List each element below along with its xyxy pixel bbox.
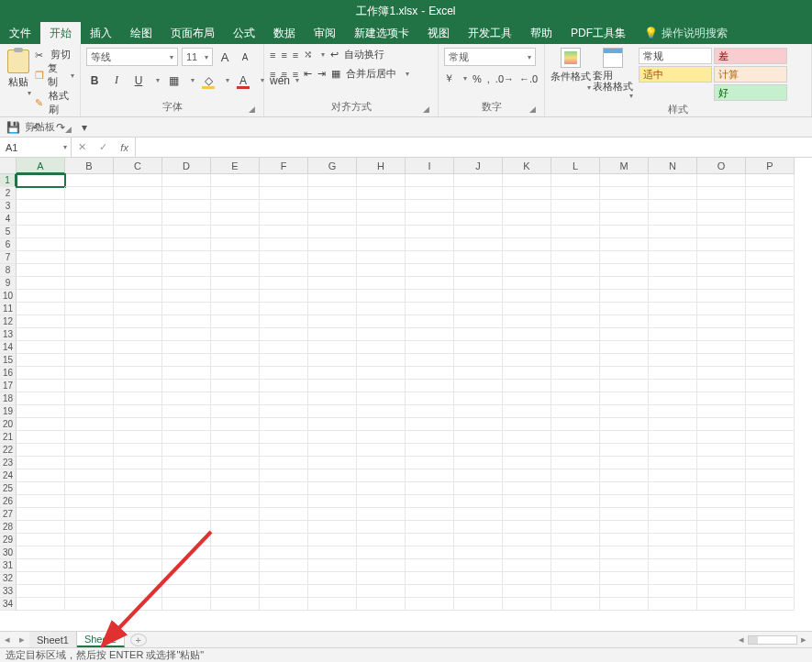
- cell-O6[interactable]: [697, 238, 746, 251]
- cell-P13[interactable]: [746, 328, 795, 341]
- wrap-text-button[interactable]: 自动换行: [344, 48, 384, 61]
- cell-A16[interactable]: [17, 367, 65, 380]
- cell-G6[interactable]: [308, 238, 357, 251]
- cell-O16[interactable]: [697, 367, 746, 380]
- cell-K14[interactable]: [503, 341, 551, 354]
- row-header-8[interactable]: 8: [0, 264, 17, 277]
- cell-H2[interactable]: [357, 187, 406, 200]
- cell-I9[interactable]: [406, 277, 454, 290]
- cell-A17[interactable]: [17, 380, 65, 392]
- cell-P34[interactable]: [746, 598, 795, 611]
- cell-C6[interactable]: [114, 238, 162, 251]
- cell-D28[interactable]: [162, 521, 211, 534]
- cell-N17[interactable]: [649, 380, 697, 392]
- cell-I24[interactable]: [406, 469, 454, 482]
- cell-G26[interactable]: [308, 495, 357, 508]
- cell-B31[interactable]: [65, 559, 114, 572]
- italic-button[interactable]: I: [108, 73, 125, 87]
- cell-N9[interactable]: [649, 277, 697, 290]
- add-sheet-button[interactable]: +: [130, 634, 147, 646]
- cell-O21[interactable]: [697, 431, 746, 444]
- cell-I22[interactable]: [406, 444, 454, 457]
- column-header-D[interactable]: D: [162, 158, 211, 174]
- cell-C23[interactable]: [114, 457, 162, 469]
- chevron-down-icon[interactable]: ▾: [402, 70, 409, 78]
- cell-E2[interactable]: [211, 187, 260, 200]
- cell-M8[interactable]: [600, 264, 649, 277]
- cell-N33[interactable]: [649, 585, 697, 598]
- cell-E31[interactable]: [211, 559, 260, 572]
- cell-F9[interactable]: [260, 277, 308, 290]
- cell-O29[interactable]: [697, 534, 746, 546]
- cell-L18[interactable]: [551, 392, 600, 405]
- cell-J6[interactable]: [454, 238, 503, 251]
- dialog-launcher-icon[interactable]: ◢: [247, 105, 256, 114]
- cell-F28[interactable]: [260, 521, 308, 534]
- cell-G8[interactable]: [308, 264, 357, 277]
- cell-P30[interactable]: [746, 546, 795, 559]
- cell-F32[interactable]: [260, 572, 308, 585]
- cell-K22[interactable]: [503, 444, 551, 457]
- column-header-M[interactable]: M: [600, 158, 649, 174]
- cell-B21[interactable]: [65, 431, 114, 444]
- cell-F23[interactable]: [260, 457, 308, 469]
- column-header-P[interactable]: P: [746, 158, 795, 174]
- cell-J28[interactable]: [454, 521, 503, 534]
- cell-F2[interactable]: [260, 187, 308, 200]
- cell-A31[interactable]: [17, 559, 65, 572]
- cell-J5[interactable]: [454, 226, 503, 238]
- cell-F12[interactable]: [260, 315, 308, 328]
- row-header-15[interactable]: 15: [0, 354, 17, 367]
- cell-G28[interactable]: [308, 521, 357, 534]
- cell-K31[interactable]: [503, 559, 551, 572]
- cell-F6[interactable]: [260, 238, 308, 251]
- cell-L31[interactable]: [551, 559, 600, 572]
- cell-E26[interactable]: [211, 495, 260, 508]
- cell-L23[interactable]: [551, 457, 600, 469]
- cell-A11[interactable]: [17, 303, 65, 315]
- cell-N32[interactable]: [649, 572, 697, 585]
- cell-N12[interactable]: [649, 315, 697, 328]
- cell-M7[interactable]: [600, 251, 649, 264]
- cell-K30[interactable]: [503, 546, 551, 559]
- wrap-text-icon[interactable]: ↩: [330, 49, 339, 61]
- cell-B25[interactable]: [65, 482, 114, 495]
- cell-I26[interactable]: [406, 495, 454, 508]
- cell-J18[interactable]: [454, 392, 503, 405]
- column-header-K[interactable]: K: [503, 158, 551, 174]
- dialog-launcher-icon[interactable]: ◢: [421, 105, 430, 114]
- format-as-table-button[interactable]: 套用 表格格式 ▾: [593, 46, 633, 100]
- cell-H18[interactable]: [357, 392, 406, 405]
- conditional-formatting-button[interactable]: 条件格式 ▾: [551, 46, 591, 100]
- cell-D8[interactable]: [162, 264, 211, 277]
- cell-P22[interactable]: [746, 444, 795, 457]
- cell-N1[interactable]: [649, 174, 697, 187]
- cell-M13[interactable]: [600, 328, 649, 341]
- cell-L32[interactable]: [551, 572, 600, 585]
- cell-A1[interactable]: [17, 174, 65, 187]
- sheet-nav-prev-icon[interactable]: ◂: [0, 634, 15, 645]
- cell-K32[interactable]: [503, 572, 551, 585]
- cell-J13[interactable]: [454, 328, 503, 341]
- cell-G25[interactable]: [308, 482, 357, 495]
- cell-N24[interactable]: [649, 469, 697, 482]
- cell-F26[interactable]: [260, 495, 308, 508]
- cell-M12[interactable]: [600, 315, 649, 328]
- cell-B11[interactable]: [65, 303, 114, 315]
- cell-C28[interactable]: [114, 521, 162, 534]
- cell-L3[interactable]: [551, 200, 600, 213]
- enter-formula-icon[interactable]: ✓: [99, 141, 107, 153]
- cell-C18[interactable]: [114, 392, 162, 405]
- row-header-22[interactable]: 22: [0, 444, 17, 457]
- cell-H9[interactable]: [357, 277, 406, 290]
- cell-M11[interactable]: [600, 303, 649, 315]
- cell-J20[interactable]: [454, 418, 503, 431]
- cell-K23[interactable]: [503, 457, 551, 469]
- cell-H17[interactable]: [357, 380, 406, 392]
- cell-A30[interactable]: [17, 546, 65, 559]
- cell-C22[interactable]: [114, 444, 162, 457]
- cell-D2[interactable]: [162, 187, 211, 200]
- cell-K20[interactable]: [503, 418, 551, 431]
- cell-L33[interactable]: [551, 585, 600, 598]
- font-name-combo[interactable]: 等线▾: [86, 48, 178, 66]
